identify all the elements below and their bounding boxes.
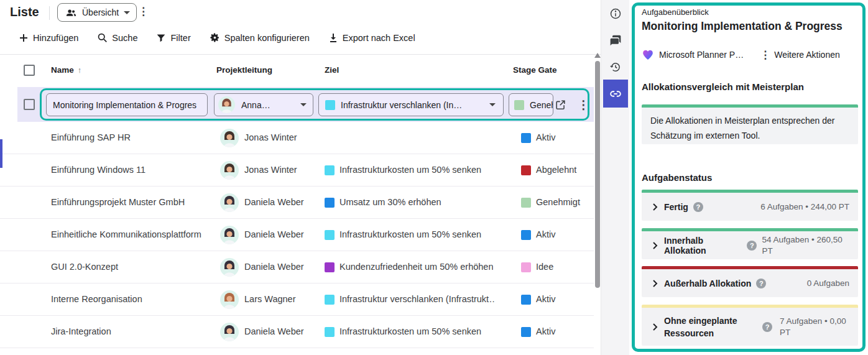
filter-icon [156, 33, 166, 43]
stage-color-swatch [514, 100, 524, 110]
filter-label: Filter [170, 33, 190, 43]
project-stage: Genehmigt [536, 197, 580, 207]
project-name: Interne Reorganisation [51, 294, 142, 304]
toolbar-divider [49, 6, 50, 20]
column-header-name-label: Name [51, 65, 74, 75]
project-stage: Aktiv [536, 132, 555, 142]
search-button[interactable]: Suche [97, 32, 137, 43]
project-goal: Umsatz um 30% erhöhen [339, 197, 441, 207]
project-stage: Aktiv [536, 294, 555, 304]
project-name: Einführung SAP HR [51, 132, 131, 142]
table-row[interactable]: Einheitliche Kommunikationsplattform Dan… [0, 219, 594, 251]
goal-select[interactable]: Infrastruktur verschlanken (In… [318, 93, 504, 116]
allocation-status-text: Die Allokationen in Meisterplan entsprec… [650, 116, 835, 141]
status-count: 54 Aufgaben • 260,50 PT [762, 234, 849, 257]
comments-icon[interactable] [609, 34, 622, 47]
export-excel-label: Export nach Excel [343, 33, 415, 43]
stage-color-swatch [521, 230, 531, 240]
help-icon[interactable]: ? [747, 241, 757, 251]
lead-select[interactable]: Anna… [214, 93, 313, 116]
planner-link[interactable]: Microsoft Planner P… [659, 50, 744, 60]
project-name: Jira-Integration [51, 326, 111, 336]
help-icon[interactable]: ? [762, 322, 772, 332]
project-lead: Lars Wagner [244, 294, 295, 304]
goal-color-swatch [325, 327, 335, 337]
stage-color-swatch [521, 133, 531, 143]
side-icon-rail [601, 0, 629, 355]
status-card-ohne-ressourcen[interactable]: Ohne eingeplante Ressourcen ? 7 Aufgaben… [642, 305, 858, 346]
search-label: Suche [112, 33, 137, 43]
add-label: Hinzufügen [33, 33, 78, 43]
info-icon[interactable] [609, 7, 622, 20]
search-icon [97, 32, 108, 43]
status-card-fertig[interactable]: Fertig ? 6 Aufgaben • 244,00 PT [642, 190, 858, 221]
column-header-stage[interactable]: Stage Gate [513, 65, 557, 75]
scrollbar-thumb[interactable] [595, 61, 600, 288]
project-lead: Daniela Weber [244, 326, 304, 336]
status-label: Außerhalb Allokation [664, 279, 751, 288]
row-kebab-menu[interactable]: ⋮ [578, 99, 589, 111]
open-details-icon[interactable] [555, 99, 566, 111]
chevron-right-icon [650, 203, 659, 211]
name-input-value: Monitoring Implementation & Progres [53, 100, 196, 110]
column-header-goal[interactable]: Ziel [325, 65, 339, 75]
panel-overline: Aufgabenüberblick [642, 7, 709, 17]
filter-button[interactable]: Filter [156, 33, 190, 43]
help-icon[interactable]: ? [693, 202, 703, 212]
view-selector-label: Übersicht [82, 7, 119, 17]
goal-color-swatch [325, 165, 335, 175]
more-actions-button[interactable]: ⋮ Weitere Aktionen [760, 50, 840, 60]
stage-field-value: Genehmigt [530, 100, 553, 110]
help-icon[interactable]: ? [756, 279, 766, 288]
project-lead: Jonas Winter [244, 132, 297, 142]
stage-field[interactable]: Genehmigt [509, 93, 553, 116]
table-row[interactable]: GUI 2.0-Konzept Daniela Weber Kundenzufr… [0, 251, 594, 284]
chevron-right-icon [650, 241, 659, 250]
name-input[interactable]: Monitoring Implementation & Progres [46, 93, 208, 116]
row-checkbox[interactable] [24, 99, 35, 110]
status-count: 0 Aufgaben [807, 278, 849, 289]
status-card-ausserhalb[interactable]: Außerhalb Allokation ? 0 Aufgaben [642, 266, 858, 297]
column-header-lead[interactable]: Projektleitung [216, 65, 272, 75]
status-card-innerhalb[interactable]: Innerhalb Allokation ? 54 Aufgaben • 260… [642, 228, 858, 259]
table-row[interactable]: Jira-Integration Daniela Weber Infrastru… [0, 316, 594, 348]
table-row[interactable]: Einführung SAP HR Jonas Winter Aktiv [0, 122, 594, 154]
add-button[interactable]: Hinzufügen [19, 33, 78, 43]
configure-columns-button[interactable]: Spalten konfigurieren [210, 32, 310, 43]
select-all-checkbox[interactable] [24, 65, 35, 76]
stage-color-swatch [521, 295, 531, 305]
more-actions-label: Weitere Aktionen [774, 50, 840, 60]
people-icon [65, 7, 77, 19]
avatar [220, 161, 239, 180]
goal-color-swatch [325, 295, 335, 305]
avatar [220, 226, 239, 244]
project-name: Einheitliche Kommunikationsplattform [51, 229, 201, 239]
chevron-right-icon [650, 279, 659, 288]
view-selector-button[interactable]: Übersicht [57, 3, 137, 22]
lead-select-value: Anna… [241, 100, 300, 110]
avatar [220, 193, 239, 212]
page-title: Liste [10, 5, 39, 19]
project-lead: Daniela Weber [244, 197, 304, 207]
table-row[interactable]: Einführung Windows 11 Jonas Winter Infra… [0, 154, 594, 187]
export-excel-button[interactable]: Export nach Excel [328, 33, 415, 43]
project-goal: Infrastrukturkosten um 50% senken [339, 165, 481, 175]
table-row[interactable]: Einführungsprojekt Muster GmbH Daniela W… [0, 187, 594, 219]
project-list: Einführung SAP HR Jonas Winter Aktiv Ein… [0, 122, 594, 348]
avatar [220, 129, 239, 147]
toolbar-kebab-menu[interactable]: ⋮ [138, 6, 149, 17]
table-actions: Hinzufügen Suche Filter Spalten konfigur… [19, 32, 415, 43]
chevron-down-icon [489, 103, 496, 106]
table-row[interactable]: Interne Reorganisation Lars Wagner Infra… [0, 284, 594, 316]
scrollbar-up-arrow[interactable] [594, 53, 601, 58]
project-lead: Daniela Weber [244, 262, 304, 272]
configure-columns-label: Spalten konfigurieren [224, 33, 310, 43]
project-name: Einführung Windows 11 [51, 165, 145, 175]
project-name: Einführungsprojekt Muster GmbH [51, 197, 185, 207]
project-stage: Aktiv [536, 229, 555, 239]
goal-color-swatch [325, 230, 335, 240]
column-header-name[interactable]: Name↑ [51, 65, 81, 75]
history-icon[interactable] [609, 61, 622, 73]
avatar [218, 96, 235, 113]
link-tab-selected[interactable] [603, 80, 628, 108]
